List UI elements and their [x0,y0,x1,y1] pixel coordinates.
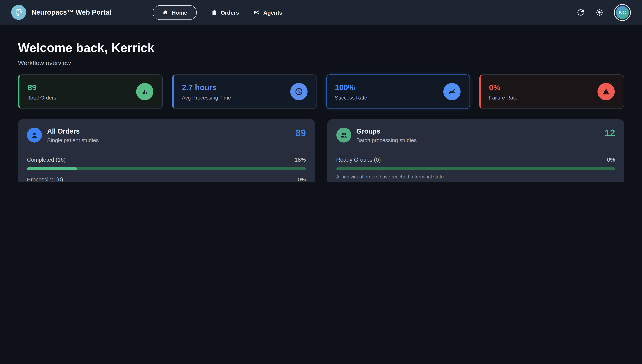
page-subtitle: Workflow overview [18,60,624,67]
progress-bar-track [27,167,306,170]
user-avatar[interactable]: KC [614,4,631,21]
page-title: Welcome back, Kerrick [18,41,624,55]
progress-percent: 0% [298,176,306,182]
avatar-initials: KC [616,6,629,19]
all-orders-card: All Orders Single patient studies 89 Com… [18,119,315,182]
stat-card-success-rate: 100% Success Rate [326,74,470,109]
stats-row: 89 Total Orders 2.7 hours Avg Processing… [18,74,624,109]
orders-total-count: 89 [295,128,306,138]
nav-tabs: Home Orders Agents [153,5,282,20]
progress-percent: 18% [294,156,306,164]
tab-orders[interactable]: Orders [211,9,239,16]
orders-progress-list: Completed (16) 18% Processing (0) 0% [27,156,306,182]
progress-percent: 0% [607,156,615,164]
card-title: Groups [356,128,416,136]
main-content: Welcome back, Kerrick Workflow overview … [0,41,642,182]
card-subtitle: Single patient studies [47,137,99,143]
trending-up-icon [443,83,460,100]
groups-progress-list: Ready Groups (0) 0% All individual order… [336,156,615,182]
tab-agents[interactable]: Agents [253,9,282,16]
order-status-row: Completed (16) 18% [27,156,306,170]
groups-header: Groups Batch processing studies 12 [336,128,615,143]
tab-orders-label: Orders [220,9,239,16]
card-title: All Orders [47,128,99,136]
clock-icon [290,83,308,100]
bar-chart-icon [136,83,154,100]
stat-value: 2.7 hours [182,83,231,92]
theme-toggle-button[interactable] [595,8,604,16]
brand-title: Neuropacs™ Web Portal [32,8,112,16]
progress-label: Completed (16) [27,156,66,164]
stat-value: 89 [28,83,56,92]
group-status-row: Ready Groups (0) 0% All individual order… [336,156,615,180]
brand: Neuropacs™ Web Portal [11,5,112,20]
tab-home-label: Home [172,9,187,16]
brain-logo-icon [11,5,26,20]
person-icon [27,128,42,142]
stat-label: Failure Rate [489,94,518,100]
progress-bar-fill [27,167,77,170]
progress-label: Ready Groups (0) [336,156,381,164]
stat-label: Success Rate [335,94,367,100]
navbar-actions: KC [576,4,631,21]
stat-label: Total Orders [28,94,56,100]
tab-agents-label: Agents [264,9,282,16]
order-status-row: Processing (0) 0% [27,176,306,182]
stat-card-failure-rate: 0% Failure Rate [479,74,624,109]
overview-cards-row: All Orders Single patient studies 89 Com… [18,119,624,182]
app-window: Neuropacs™ Web Portal Home Orders [0,0,642,182]
top-navbar: Neuropacs™ Web Portal Home Orders [0,0,642,25]
refresh-icon [576,8,585,16]
stat-value: 0% [489,83,518,92]
progress-bar-track [336,167,615,170]
stat-card-avg-processing-time: 2.7 hours Avg Processing Time [172,74,317,109]
stat-label: Avg Processing Time [182,94,231,100]
groups-total-count: 12 [604,128,615,138]
stat-card-total-orders: 89 Total Orders [18,74,163,109]
home-icon [162,9,168,16]
card-subtitle: Batch processing studies [356,137,416,143]
people-icon [336,128,351,142]
all-orders-header: All Orders Single patient studies 89 [27,128,306,143]
clipboard-icon [211,9,217,16]
groups-card: Groups Batch processing studies 12 Ready… [327,119,624,182]
broadcast-icon [253,9,260,16]
refresh-button[interactable] [576,8,585,16]
stat-value: 100% [335,83,367,92]
warning-icon [598,83,615,100]
tab-home[interactable]: Home [153,5,196,20]
progress-helper-text: All individual orders have reached a ter… [336,174,615,180]
progress-label: Processing (0) [27,176,63,182]
sun-icon [595,8,604,16]
